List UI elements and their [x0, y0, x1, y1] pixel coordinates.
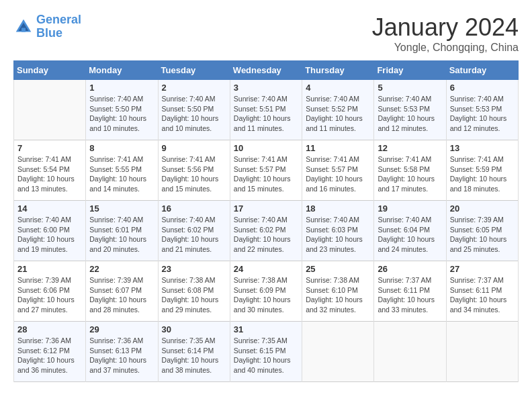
calendar-cell: 6Sunrise: 7:40 AMSunset: 5:53 PMDaylight… — [446, 80, 518, 140]
day-info: Sunrise: 7:40 AMSunset: 5:50 PMDaylight:… — [162, 94, 226, 134]
day-number: 11 — [306, 143, 370, 153]
calendar-cell: 19Sunrise: 7:40 AMSunset: 6:04 PMDayligh… — [374, 201, 446, 261]
header-day-monday: Monday — [86, 61, 158, 80]
calendar-cell: 16Sunrise: 7:40 AMSunset: 6:02 PMDayligh… — [158, 201, 230, 261]
header-day-saturday: Saturday — [446, 61, 518, 80]
day-number: 20 — [450, 203, 515, 214]
day-number: 14 — [17, 203, 82, 214]
day-number: 17 — [234, 203, 298, 214]
day-info: Sunrise: 7:38 AMSunset: 6:09 PMDaylight:… — [234, 275, 298, 315]
day-number: 18 — [306, 203, 370, 214]
logo-text: General Blue — [36, 13, 81, 40]
calendar-cell: 26Sunrise: 7:37 AMSunset: 6:11 PMDayligh… — [374, 261, 446, 322]
calendar-cell: 5Sunrise: 7:40 AMSunset: 5:53 PMDaylight… — [374, 80, 446, 140]
day-info: Sunrise: 7:39 AMSunset: 6:07 PMDaylight:… — [89, 275, 154, 315]
day-info: Sunrise: 7:39 AMSunset: 6:05 PMDaylight:… — [450, 215, 515, 255]
title-block: January 2024 Yongle, Chongqing, China — [372, 13, 519, 54]
month-title: January 2024 — [372, 13, 519, 42]
logo-line1: General — [36, 13, 81, 26]
day-number: 28 — [17, 324, 82, 334]
calendar-cell: 23Sunrise: 7:38 AMSunset: 6:08 PMDayligh… — [158, 261, 230, 322]
day-number: 2 — [162, 83, 226, 93]
calendar-cell: 14Sunrise: 7:40 AMSunset: 6:00 PMDayligh… — [14, 201, 86, 261]
day-info: Sunrise: 7:40 AMSunset: 6:04 PMDaylight:… — [378, 215, 442, 255]
day-info: Sunrise: 7:39 AMSunset: 6:06 PMDaylight:… — [17, 275, 82, 315]
day-number: 26 — [378, 264, 442, 274]
day-number: 1 — [89, 83, 154, 93]
day-number: 30 — [162, 324, 226, 334]
calendar-cell: 4Sunrise: 7:40 AMSunset: 5:52 PMDaylight… — [302, 80, 374, 140]
calendar-cell: 29Sunrise: 7:36 AMSunset: 6:13 PMDayligh… — [86, 322, 158, 382]
day-info: Sunrise: 7:41 AMSunset: 5:58 PMDaylight:… — [378, 154, 442, 194]
day-info: Sunrise: 7:40 AMSunset: 5:51 PMDaylight:… — [234, 94, 298, 134]
calendar-cell: 27Sunrise: 7:37 AMSunset: 6:11 PMDayligh… — [446, 261, 518, 322]
calendar-cell: 11Sunrise: 7:41 AMSunset: 5:57 PMDayligh… — [302, 140, 374, 201]
calendar-cell: 10Sunrise: 7:41 AMSunset: 5:57 PMDayligh… — [230, 140, 302, 201]
day-info: Sunrise: 7:40 AMSunset: 5:50 PMDaylight:… — [89, 94, 154, 134]
day-number: 5 — [378, 83, 442, 93]
day-info: Sunrise: 7:40 AMSunset: 6:03 PMDaylight:… — [306, 215, 370, 255]
calendar-cell: 17Sunrise: 7:40 AMSunset: 6:02 PMDayligh… — [230, 201, 302, 261]
day-info: Sunrise: 7:40 AMSunset: 6:01 PMDaylight:… — [89, 215, 154, 255]
day-number: 31 — [234, 324, 298, 334]
day-info: Sunrise: 7:41 AMSunset: 5:56 PMDaylight:… — [162, 154, 226, 194]
day-info: Sunrise: 7:37 AMSunset: 6:11 PMDaylight:… — [378, 275, 442, 315]
day-number: 16 — [162, 203, 226, 214]
header-day-friday: Friday — [374, 61, 446, 80]
header-day-wednesday: Wednesday — [230, 61, 302, 80]
day-info: Sunrise: 7:38 AMSunset: 6:08 PMDaylight:… — [162, 275, 226, 315]
calendar-cell: 24Sunrise: 7:38 AMSunset: 6:09 PMDayligh… — [230, 261, 302, 322]
day-info: Sunrise: 7:40 AMSunset: 5:53 PMDaylight:… — [378, 94, 442, 134]
day-info: Sunrise: 7:35 AMSunset: 6:14 PMDaylight:… — [162, 336, 226, 375]
day-number: 6 — [450, 83, 515, 93]
day-number: 19 — [378, 203, 442, 214]
calendar-week-row: 7Sunrise: 7:41 AMSunset: 5:54 PMDaylight… — [14, 140, 519, 201]
calendar-cell: 20Sunrise: 7:39 AMSunset: 6:05 PMDayligh… — [446, 201, 518, 261]
calendar-cell: 30Sunrise: 7:35 AMSunset: 6:14 PMDayligh… — [158, 322, 230, 382]
calendar-cell: 25Sunrise: 7:38 AMSunset: 6:10 PMDayligh… — [302, 261, 374, 322]
header-day-sunday: Sunday — [14, 61, 86, 80]
day-number: 13 — [450, 143, 515, 153]
calendar-cell: 31Sunrise: 7:35 AMSunset: 6:15 PMDayligh… — [230, 322, 302, 382]
calendar-cell: 3Sunrise: 7:40 AMSunset: 5:51 PMDaylight… — [230, 80, 302, 140]
day-info: Sunrise: 7:41 AMSunset: 5:54 PMDaylight:… — [17, 154, 82, 194]
calendar-week-row: 1Sunrise: 7:40 AMSunset: 5:50 PMDaylight… — [14, 80, 519, 140]
header-day-thursday: Thursday — [302, 61, 374, 80]
location: Yongle, Chongqing, China — [372, 42, 519, 54]
svg-rect-2 — [21, 28, 26, 32]
logo-line2: Blue — [36, 26, 62, 40]
calendar-cell: 9Sunrise: 7:41 AMSunset: 5:56 PMDaylight… — [158, 140, 230, 201]
day-info: Sunrise: 7:41 AMSunset: 5:59 PMDaylight:… — [450, 154, 515, 194]
logo: General Blue — [13, 13, 81, 40]
day-number: 4 — [306, 83, 370, 93]
calendar-week-row: 21Sunrise: 7:39 AMSunset: 6:06 PMDayligh… — [14, 261, 519, 322]
day-info: Sunrise: 7:40 AMSunset: 6:02 PMDaylight:… — [162, 215, 226, 255]
calendar-cell: 1Sunrise: 7:40 AMSunset: 5:50 PMDaylight… — [86, 80, 158, 140]
day-number: 23 — [162, 264, 226, 274]
day-info: Sunrise: 7:36 AMSunset: 6:13 PMDaylight:… — [89, 336, 154, 375]
day-number: 24 — [234, 264, 298, 274]
day-number: 3 — [234, 83, 298, 93]
day-number: 9 — [162, 143, 226, 153]
calendar-cell — [374, 322, 446, 382]
day-number: 15 — [89, 203, 154, 214]
header-day-tuesday: Tuesday — [158, 61, 230, 80]
day-number: 10 — [234, 143, 298, 153]
day-info: Sunrise: 7:38 AMSunset: 6:10 PMDaylight:… — [306, 275, 370, 315]
day-number: 22 — [89, 264, 154, 274]
calendar-cell: 22Sunrise: 7:39 AMSunset: 6:07 PMDayligh… — [86, 261, 158, 322]
calendar-cell: 2Sunrise: 7:40 AMSunset: 5:50 PMDaylight… — [158, 80, 230, 140]
day-info: Sunrise: 7:36 AMSunset: 6:12 PMDaylight:… — [17, 336, 82, 375]
day-info: Sunrise: 7:41 AMSunset: 5:57 PMDaylight:… — [234, 154, 298, 194]
day-number: 29 — [89, 324, 154, 334]
calendar-week-row: 14Sunrise: 7:40 AMSunset: 6:00 PMDayligh… — [14, 201, 519, 261]
calendar-cell: 15Sunrise: 7:40 AMSunset: 6:01 PMDayligh… — [86, 201, 158, 261]
day-number: 12 — [378, 143, 442, 153]
day-number: 7 — [17, 143, 82, 153]
calendar-cell: 12Sunrise: 7:41 AMSunset: 5:58 PMDayligh… — [374, 140, 446, 201]
calendar-cell: 21Sunrise: 7:39 AMSunset: 6:06 PMDayligh… — [14, 261, 86, 322]
calendar-cell: 28Sunrise: 7:36 AMSunset: 6:12 PMDayligh… — [14, 322, 86, 382]
page-header: General Blue January 2024 Yongle, Chongq… — [13, 13, 519, 54]
day-number: 25 — [306, 264, 370, 274]
calendar-table: SundayMondayTuesdayWednesdayThursdayFrid… — [13, 60, 519, 382]
